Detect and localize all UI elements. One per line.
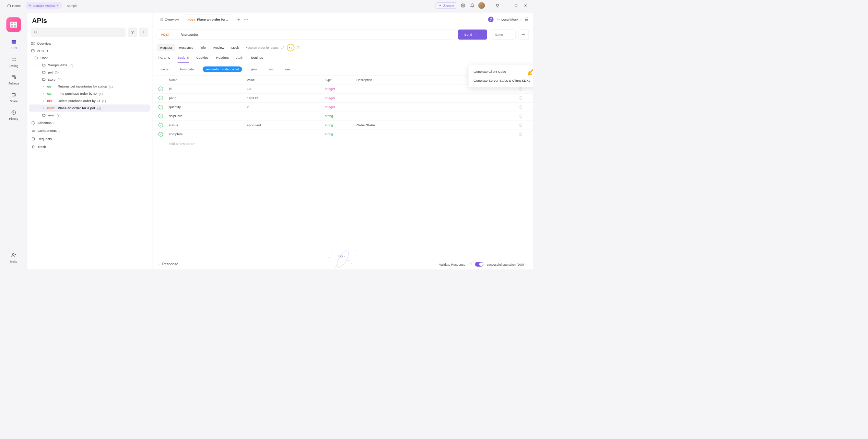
generate-server-stubs[interactable]: Generate Server Stubs & Client SDKs [469, 76, 533, 85]
requests-section[interactable]: Requests ▸ [29, 135, 150, 143]
save-button[interactable]: Save ⌵ [490, 30, 516, 39]
avatar[interactable] [478, 2, 485, 9]
section-settings[interactable]: Settings [251, 56, 263, 63]
response-toggle[interactable]: ⌵ Response [159, 262, 178, 266]
rail-settings[interactable]: Settings [8, 74, 19, 85]
code-icon[interactable] [287, 44, 295, 51]
chevron-down-icon[interactable]: ⌵ [506, 33, 511, 36]
bodytype-raw[interactable]: raw [282, 66, 293, 72]
send-button[interactable]: Send ⌵ [458, 30, 487, 39]
check-icon[interactable]: ✓ [159, 105, 163, 109]
plain-tab[interactable]: Sample [64, 2, 80, 9]
check-icon[interactable]: ✓ [159, 114, 163, 119]
response-status-select[interactable]: successful operation (200) ⌵ [487, 263, 527, 266]
generate-client-code[interactable]: Generate Client Code [469, 67, 533, 76]
search-input[interactable] [39, 31, 122, 34]
param-type[interactable]: integer [325, 105, 356, 109]
table-row[interactable]: ✓ shipDate string [153, 112, 533, 120]
add-param-row[interactable]: Add a new param [153, 139, 533, 149]
close-icon[interactable]: ✕ [56, 3, 59, 7]
add-tab-button[interactable]: + [237, 16, 240, 22]
link-icon[interactable] [280, 45, 286, 50]
close-window-icon[interactable]: ✕ [522, 2, 529, 9]
bell-icon[interactable] [469, 2, 476, 9]
overview-row[interactable]: Overview [29, 40, 150, 47]
rail-history[interactable]: History [9, 109, 19, 120]
bodytype-formdata[interactable]: form-data [177, 66, 197, 72]
param-value[interactable]: 198772 [247, 96, 325, 100]
env-refresh-icon[interactable] [488, 16, 493, 22]
delete-param-button[interactable] [519, 114, 527, 118]
tab-overview[interactable]: Overview [155, 14, 183, 24]
section-body[interactable]: Body 6 [178, 56, 189, 63]
home-button[interactable]: Home [4, 2, 23, 9]
check-icon[interactable]: ✓ [159, 132, 163, 137]
param-name[interactable]: shipDate [169, 114, 247, 118]
menu-icon[interactable]: ☰ [525, 17, 529, 22]
url-input[interactable] [177, 30, 455, 39]
section-params[interactable]: Params [159, 56, 170, 63]
param-type[interactable]: string [325, 114, 356, 118]
environment-select[interactable]: Lo Local Mock ⌵ [497, 18, 521, 21]
chevron-down-icon[interactable]: ⌵ [476, 33, 481, 36]
check-icon[interactable]: ✓ [159, 96, 163, 101]
param-name[interactable]: id [169, 87, 247, 91]
tree-endpoint[interactable]: ›GETReturns pet inventories by status (1… [29, 83, 150, 90]
tree-folder[interactable]: ›user (8) [29, 112, 150, 119]
tab-request[interactable]: POST Place an order for... [184, 14, 233, 24]
section-headers[interactable]: Headers [216, 56, 229, 63]
bodytype-json[interactable]: json [248, 66, 260, 72]
subtab-preview[interactable]: Preview [210, 44, 227, 51]
delete-param-button[interactable] [519, 123, 527, 127]
apis-root-row[interactable]: APIs ▸ [29, 47, 150, 54]
param-value[interactable]: 7 [247, 105, 325, 109]
section-auth[interactable]: Auth [236, 56, 243, 63]
tab-more-button[interactable]: ••• [244, 18, 248, 21]
tree-endpoint[interactable]: ›GETFind purchase order by ID (1) [29, 90, 150, 97]
tree-endpoint[interactable]: ›DELDelete purchase order by ID (1) [29, 97, 150, 105]
rail-invite[interactable]: Invite [10, 252, 17, 263]
table-row[interactable]: ✓ quantity 7 integer [153, 103, 533, 112]
param-name[interactable]: petId [169, 96, 247, 100]
components-section[interactable]: Components ▸ [29, 127, 150, 135]
root-folder[interactable]: Root [29, 54, 150, 61]
check-icon[interactable]: ✓ [159, 123, 163, 128]
layout-icon[interactable] [296, 45, 302, 50]
rail-testing[interactable]: Testing [9, 56, 18, 67]
add-button[interactable]: + [139, 27, 148, 37]
gear-icon[interactable] [460, 2, 467, 9]
rail-share[interactable]: Share [10, 91, 17, 103]
check-icon[interactable]: ✓ [159, 86, 163, 91]
param-description[interactable]: Order Status [356, 123, 519, 127]
param-type[interactable]: string [325, 123, 356, 127]
param-name[interactable]: status [169, 123, 247, 127]
schemas-section[interactable]: Schemas ▸ [29, 119, 150, 127]
param-name[interactable]: quantity [169, 105, 247, 109]
bodytype-xml[interactable]: xml [266, 66, 277, 72]
delete-param-button[interactable] [519, 132, 527, 136]
param-value[interactable]: approved [247, 123, 325, 127]
subtab-request[interactable]: Request [157, 44, 175, 51]
upgrade-button[interactable]: ✦ Upgrade [436, 2, 457, 8]
param-value[interactable]: 10 [247, 87, 325, 91]
method-select[interactable]: POST ⌵ [157, 30, 177, 39]
tree-folder[interactable]: ›Sample APIs (5) [29, 61, 150, 69]
maximize-icon[interactable] [513, 2, 519, 9]
rail-apis[interactable]: APIs [10, 38, 17, 50]
param-name[interactable]: complete [169, 132, 247, 136]
app-logo[interactable] [6, 17, 21, 32]
search-box[interactable] [31, 27, 126, 37]
delete-param-button[interactable] [519, 96, 527, 100]
section-cookies[interactable]: Cookies [196, 56, 208, 63]
trash-section[interactable]: Trash [29, 143, 150, 151]
table-row[interactable]: ✓ complete string [153, 130, 533, 139]
tree-folder[interactable]: ⌵store (4) [29, 76, 150, 83]
param-type[interactable]: integer [325, 96, 356, 100]
pin-icon[interactable] [494, 2, 501, 9]
table-row[interactable]: ✓ status approved string Order Status [153, 121, 533, 130]
validate-toggle[interactable] [475, 262, 484, 267]
project-tab[interactable]: Sample Project ✕ [26, 2, 62, 9]
table-row[interactable]: ✓ petId 198772 integer [153, 94, 533, 103]
more-button[interactable]: ••• [519, 30, 529, 39]
subtab-mock[interactable]: Mock [228, 44, 242, 51]
